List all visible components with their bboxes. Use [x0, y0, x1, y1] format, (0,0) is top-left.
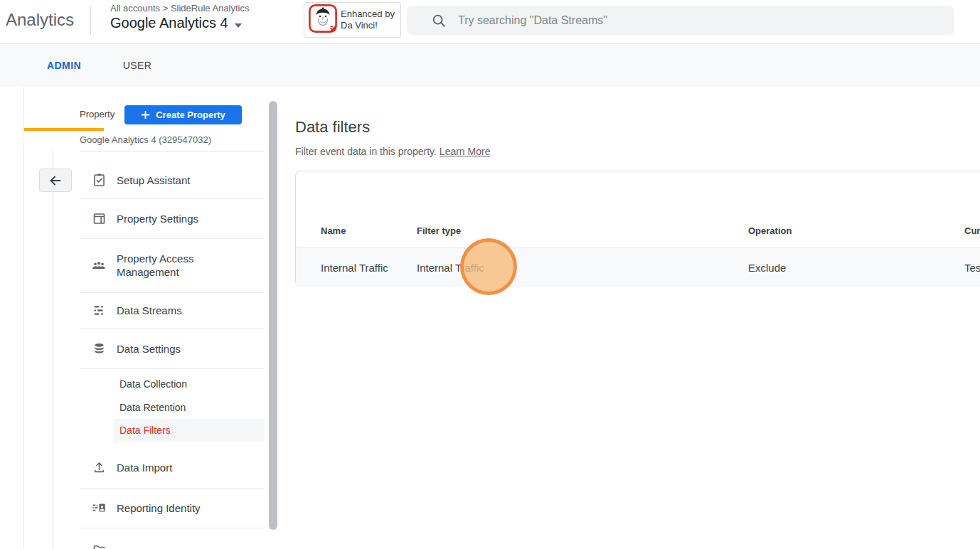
property-section-label: Property [80, 109, 114, 119]
table-row[interactable]: Internal Traffic Internal Traffic Exclud… [296, 248, 980, 287]
create-property-button[interactable]: Create Property [124, 105, 242, 124]
search-icon [431, 13, 447, 28]
sidebar-item-property-access-management[interactable]: Property Access Management [68, 238, 265, 292]
learn-more-link[interactable]: Learn More [440, 146, 491, 157]
sidebar-divider [80, 151, 265, 152]
analytics-logo: Analytics [6, 10, 74, 30]
sidebar-item-data-settings[interactable]: Data Settings [68, 329, 265, 368]
sidebar-item-data-retention[interactable]: Data Retention [68, 395, 265, 419]
page-title: Data filters [295, 118, 370, 137]
tab-admin[interactable]: ADMIN [24, 44, 104, 87]
sidebar-item-data-collection[interactable]: Data Collection [68, 373, 265, 395]
column-header-filter-type: Filter type [417, 214, 461, 248]
cell-name: Internal Traffic [321, 248, 388, 287]
identity-card-icon [91, 500, 107, 516]
page-subtitle: Filter event data in this property. Lear… [295, 146, 490, 157]
sidebar-item-label: Property Settings [117, 212, 252, 225]
upload-icon [91, 459, 107, 475]
ga4-admin-page: Analytics All accounts > SlideRule Analy… [0, 0, 980, 549]
click-indicator-circle [460, 238, 517, 295]
data-filters-card: Name Filter type Operation Current state… [295, 171, 980, 287]
column-header-operation: Operation [748, 214, 792, 248]
plus-icon [141, 110, 150, 119]
top-app-bar: Analytics All accounts > SlideRule Analy… [0, 0, 980, 44]
sidebar-item-label: Property Access Management [117, 252, 230, 279]
sidebar-item-label: Data Retention [119, 402, 186, 413]
search-bar [407, 6, 954, 35]
table-header-row: Name Filter type Operation Current state [296, 214, 980, 248]
setup-assistant-icon [91, 172, 107, 188]
cell-operation: Exclude [748, 248, 786, 287]
sidebar-item-partial[interactable] [68, 528, 265, 549]
sidebar-item-label: Data Collection [119, 378, 187, 390]
back-button[interactable] [39, 169, 72, 192]
database-icon [91, 341, 107, 356]
sidebar-divider [80, 368, 265, 369]
tab-user[interactable]: USER [104, 44, 171, 87]
property-selector-label: Google Analytics 4 [110, 15, 228, 31]
badge-line1: Enhanced by [341, 9, 395, 20]
column-header-current-state: Current state [964, 214, 980, 248]
sidebar-item-label: Data Import [117, 461, 252, 474]
search-input[interactable] [458, 14, 920, 27]
badge-line2: Da Vinci! [341, 20, 395, 31]
sidebar-item-data-filters[interactable]: Data Filters [114, 419, 265, 442]
sidebar-item-setup-assistant[interactable]: Setup Assistant [68, 161, 265, 198]
sidebar-item-data-streams[interactable]: Data Streams [68, 292, 265, 329]
da-vinci-extension-badge[interactable]: Enhanced by Da Vinci! [304, 2, 401, 38]
header-divider [90, 6, 91, 35]
panel-left-border [23, 87, 24, 549]
active-tab-underline [24, 128, 104, 131]
sidebar-item-label: Setup Assistant [117, 174, 252, 187]
property-selector[interactable]: Google Analytics 4 [110, 15, 242, 31]
property-settings-icon [91, 210, 107, 226]
current-property-name: Google Analytics 4 (329547032) [80, 134, 211, 145]
column-header-name: Name [321, 214, 346, 248]
da-vinci-avatar-icon [309, 4, 337, 36]
sidebar-item-label: Data Filters [119, 425, 171, 436]
admin-user-tabbar: ADMIN USER [0, 44, 980, 87]
chevron-down-icon [235, 15, 242, 31]
sidebar-item-label: Reporting Identity [117, 501, 252, 515]
sidebar-scrollbar[interactable] [269, 101, 277, 530]
sidebar-item-reporting-identity[interactable]: Reporting Identity [68, 488, 265, 528]
subtitle-text: Filter event data in this property. [295, 146, 437, 157]
create-property-label: Create Property [156, 110, 225, 120]
people-icon [91, 257, 107, 273]
sidebar-item-label: Data Streams [117, 304, 252, 317]
sidebar-item-data-import[interactable]: Data Import [68, 447, 265, 488]
back-arrow-icon [48, 173, 63, 188]
cell-current-state: Testing [964, 248, 980, 287]
sidebar-item-property-settings[interactable]: Property Settings [68, 198, 265, 238]
folder-icon [91, 539, 107, 549]
nav-tree-line [53, 151, 53, 549]
data-streams-icon [91, 303, 107, 319]
sidebar-item-label: Data Settings [117, 342, 252, 356]
breadcrumb[interactable]: All accounts > SlideRule Analytics [110, 3, 249, 14]
